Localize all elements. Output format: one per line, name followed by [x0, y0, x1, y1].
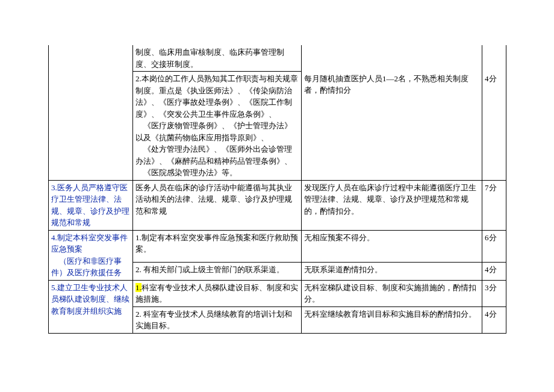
cell-evaluation: 每月随机抽查医护人员1—2名，不熟悉相关制度者，酌情扣分: [302, 72, 482, 181]
cell-score: 6分: [482, 230, 506, 262]
cell-criteria: 1.制定有本科室突发事件应急预案和医疗救助预案。: [133, 230, 302, 262]
cell-evaluation: 无科室梯队建设目标、制度和实施措施的，酌情扣分。: [302, 280, 482, 306]
cell-category: 4.制定本科室突发事件应急预案 （医疗和非医疗事件）及医疗救援任务: [49, 230, 133, 280]
cell-evaluation: 发现医疗人员在临床诊疗过程中未能遵循医疗卫生管理法律、法规、规章、诊疗及护理规范…: [302, 180, 482, 230]
cell-criteria: 2. 科室有专业技术人员继续教育的培训计划和实施目标。: [133, 306, 302, 333]
cell-score: 4分: [482, 306, 506, 333]
highlight: 1.: [135, 283, 142, 292]
cell-evaluation: 无联系渠道酌情扣分。: [302, 262, 482, 280]
cell-criteria: 医务人员在临床的诊疗活动中能遵循与其执业活动相关的法律、法规、规章、诊疗及护理规…: [133, 180, 302, 230]
cell-category: 3.医务人员严格遵守医疗卫生管理法律、法规、规章、诊疗及护理规范和常规: [49, 180, 133, 230]
table-row: 制度、临床用血审核制度、临床药事管理制度、交接班制度。: [49, 45, 506, 72]
table-row: 2.本岗位的工作人员熟知其工作职责与相关规章制度。重点是《执业医师法》、《传染病…: [49, 72, 506, 181]
cell-evaluation: 无科室继续教育培训目标和实施目标的酌情扣分。: [302, 306, 482, 333]
cell-score: 3分: [482, 280, 506, 306]
cell-criteria: 2. 有相关部门或上级主管部门的联系渠道。: [133, 262, 302, 280]
cell-score: [482, 45, 506, 72]
cell-score: 7分: [482, 180, 506, 230]
cell-evaluation: [302, 45, 482, 72]
cell-score: 4分: [482, 262, 506, 280]
cell-score: 4分: [482, 72, 506, 181]
cell-criteria: 1.科室有专业技术人员梯队建设目标、制度和实施措施。: [133, 280, 302, 306]
table-row: 5.建立卫生专业技术人员梯队建设制度、继续教育制度并组织实施 1.科室有专业技术…: [49, 280, 506, 306]
cell-criteria: 2.本岗位的工作人员熟知其工作职责与相关规章制度。重点是《执业医师法》、《传染病…: [133, 72, 302, 181]
cell-evaluation: 无相应预案不得分。: [302, 230, 482, 262]
table-row: 4.制定本科室突发事件应急预案 （医疗和非医疗事件）及医疗救援任务 1.制定有本…: [49, 230, 506, 262]
cell-category: [49, 72, 133, 181]
cell-category: 5.建立卫生专业技术人员梯队建设制度、继续教育制度并组织实施: [49, 280, 133, 333]
table-row: 3.医务人员严格遵守医疗卫生管理法律、法规、规章、诊疗及护理规范和常规 医务人员…: [49, 180, 506, 230]
evaluation-table: 制度、临床用血审核制度、临床药事管理制度、交接班制度。 2.本岗位的工作人员熟知…: [48, 45, 506, 334]
cell-criteria: 制度、临床用血审核制度、临床药事管理制度、交接班制度。: [133, 45, 302, 72]
cell-category: [49, 45, 133, 72]
